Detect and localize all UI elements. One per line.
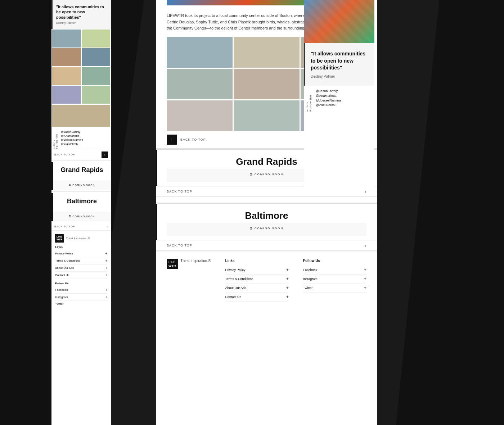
main-nav-instagram[interactable]: Instagram + [303,275,366,284]
left-photo-7 [52,86,81,104]
left-arrow-sm: ↑ [107,225,108,229]
main-facebook-plus: + [364,267,366,272]
left-handle-4: @ZuzuPerkal [61,142,107,145]
left-facebook-plus: + [105,288,107,292]
left-quote-author: Destiny Palmer [56,21,107,24]
left-panel: "It allows communities to be open to new… [51,0,111,425]
left-artist-handles: @JasonEarthly @AnaMarietta @JoeraelNumin… [61,130,107,145]
main-logo-line2: WTR [168,264,176,268]
left-link-ads-plus: + [105,266,107,270]
left-handle-2: @AnaMarietta [61,134,107,137]
main-nav-privacy[interactable]: Privacy Policy + [225,266,289,275]
left-footer: LIFE WTR Thirst Inspiration.® Links Priv… [51,230,111,311]
left-instagram-plus: + [105,295,107,299]
left-grand-rapids-coming-soon: ⧗ COMING SOON [53,180,111,190]
main-twitter-plus: + [364,285,366,290]
main-baltimore-section: Baltimore ⧗ COMING SOON [156,203,377,240]
main-back-to-top-bar-2[interactable]: BACK TO TOP ↑ [156,240,377,251]
main-back-to-top-arrow-1: ↑ [365,189,367,194]
right-handle-2: @AnaMarietta [316,94,370,98]
main-footer-links: Links Privacy Policy + Terms & Condition… [225,259,289,302]
main-back-to-top-bar-1[interactable]: BACK TO TOP ↑ [156,186,377,197]
left-baltimore-name: Baltimore [57,198,107,205]
left-handle-3: @JoeraelNumina [61,138,107,141]
left-quote-section: "It allows communities to be open to new… [51,0,111,29]
left-logo-line1: LIFE [57,235,62,238]
right-artist-handles: @JasonEarthly @AnaMarietta @JoeraelNumin… [316,89,370,107]
left-links-label: Links [55,245,107,249]
main-baltimore-coming-soon: ⧗ COMING SOON [167,223,366,236]
left-photo-6 [82,67,111,85]
left-photo-3 [52,48,81,66]
left-logo-box: LIFE WTR [55,234,64,243]
bg-right [396,0,504,425]
main-links-label: Links [225,259,289,263]
left-photo-full [52,105,110,127]
left-thirst-text: Thirst Inspiration.® [66,237,90,240]
main-sep-2 [156,197,377,197]
main-photo-8 [234,100,300,131]
left-follow-label: Follow the artists [53,130,58,149]
main-baltimore-name: Baltimore [167,210,366,221]
left-back-to-top-btn[interactable]: ↑ [102,152,108,158]
left-link-contact-plus: + [105,273,107,277]
main-logo-box: LIFE WTR [167,259,178,270]
main-nav-facebook[interactable]: Facebook + [303,266,366,275]
left-link-privacy-plus: + [105,252,107,256]
right-quote-author: Destiny Palmer [311,74,369,78]
left-photo-5 [52,67,81,85]
right-mural-overlay [304,0,374,43]
left-photo-8 [82,86,111,104]
main-footer-social: Follow Us Facebook + Instagram + Twitter… [303,259,366,302]
main-nav-ads[interactable]: About Our Ads + [225,284,289,293]
main-back-to-top-arrow-2: ↑ [365,243,367,248]
left-link-terms[interactable]: Terms & Conditions + [55,257,107,265]
main-back-to-top-btn[interactable]: ↑ [167,135,177,145]
left-baltimore-status: COMING SOON [72,215,95,218]
left-link-privacy[interactable]: Privacy Policy + [55,250,107,257]
main-logo-line1: LIFE [168,260,176,264]
main-nav-twitter[interactable]: Twitter + [303,284,366,293]
main-footer: LIFE WTR Thirst Inspiration.® Links Priv… [156,251,377,309]
left-divider-1 [51,160,111,160]
left-back-to-top-sm[interactable]: BACK TO TOP ↑ [51,223,111,230]
main-follow-label: Follow Us [303,259,366,263]
main-instagram-plus: + [364,276,366,281]
left-photo-2 [82,30,111,48]
left-link-contact[interactable]: Contact Us + [55,272,107,279]
left-grand-rapids-content: Grand Rapids [53,162,111,178]
main-back-to-top-bar-2-text: BACK TO TOP [167,244,192,247]
main-photo-1 [167,37,233,68]
left-quote-text: "It allows communities to be open to new… [56,4,107,20]
right-handle-1: @JasonEarthly [316,89,370,93]
main-nav-contact[interactable]: Contact Us + [225,293,289,302]
hourglass-icon-1: ⧗ [69,183,71,187]
main-photo-2 [234,37,300,68]
main-back-to-top-bar-1-text: BACK TO TOP [167,190,192,193]
main-ads-plus: + [286,285,289,290]
left-grand-rapids-name: Grand Rapids [57,166,107,174]
left-link-facebook[interactable]: Facebook + [55,286,107,294]
hourglass-icon-2: ⧗ [69,214,71,218]
left-follow-us-label: Follow Us [55,282,107,285]
hourglass-icon-main-1: ⧗ [250,172,252,177]
left-link-terms-plus: + [105,259,107,263]
left-logo-line2: WTR [57,238,62,241]
main-nav-terms[interactable]: Terms & Conditions + [225,275,289,284]
left-link-ads[interactable]: About Our Ads + [55,265,107,272]
left-back-to-top[interactable]: BACK TO TOP ↑ [51,149,111,160]
left-link-twitter[interactable]: Twitter [55,301,107,307]
right-mural-img [304,0,374,43]
main-grand-rapids-border [156,150,157,186]
left-link-instagram[interactable]: Instagram + [55,294,107,301]
left-grand-rapids-status: COMING SOON [72,184,95,186]
main-photo-7 [167,100,233,131]
left-photo-1 [52,30,81,48]
main-thirst-text: Thirst Inspiration.® [181,259,211,263]
left-handle-1: @JasonEarthly [61,130,107,134]
main-contact-plus: + [286,294,289,299]
main-baltimore-content: Baltimore [156,204,377,223]
right-follow-section: Follow the artists @JasonEarthly @AnaMar… [304,86,374,112]
right-quote-section: "It allows communities to be open to new… [304,43,374,86]
left-photo-grid [51,29,111,104]
